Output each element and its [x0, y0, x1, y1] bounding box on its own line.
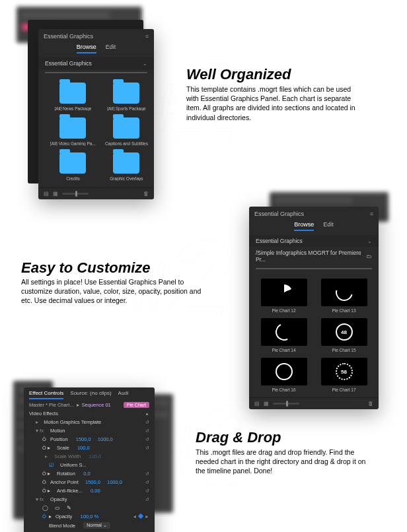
- fx-label: Motion: [50, 428, 65, 434]
- fx-scale-row[interactable]: Ò ▸ Scale 100,0↺: [24, 444, 155, 452]
- panel-tabs: Browse Edit: [38, 41, 154, 57]
- folder-label: Captions and Subtitles: [105, 141, 148, 146]
- pie-wedge-icon: [276, 284, 292, 300]
- fx-value[interactable]: 0,00: [91, 488, 100, 494]
- path-row[interactable]: /Simple Infographics MOGRT for Premiere …: [249, 247, 379, 265]
- chart-thumb[interactable]: Pie Chart 12: [257, 279, 311, 313]
- fx-opacity-val-row[interactable]: Ò ▸ Opacity 100,0 %◄ ►: [24, 512, 155, 521]
- pen-mask-icon[interactable]: ✎: [67, 505, 71, 511]
- thumb-label: Pie Chart 14: [272, 348, 295, 352]
- fx-opacity-row[interactable]: ▾ fx Opacity↺: [24, 495, 155, 504]
- rect-mask-icon[interactable]: ▭: [55, 505, 60, 511]
- fx-value[interactable]: 100,0 %: [81, 514, 99, 519]
- tab-edit[interactable]: Edit: [106, 44, 116, 53]
- pie-ring-icon: [276, 363, 293, 380]
- fx-uniform-row[interactable]: ☑ Uniform S...: [24, 461, 155, 469]
- sequence-link[interactable]: Sequence 01: [82, 402, 111, 408]
- fx-label: Scale Width: [54, 453, 81, 459]
- delete-icon[interactable]: 🗑: [143, 191, 149, 197]
- effect-controls-panel: Effect Controls Source: (no clips) Audi …: [24, 387, 155, 532]
- fx-value[interactable]: 100,0: [77, 445, 90, 451]
- tab-effect-controls[interactable]: Effect Controls: [29, 390, 63, 399]
- fx-value[interactable]: 1000,0: [98, 436, 113, 442]
- master-label: Master * Pie Chart...: [29, 402, 74, 408]
- chart-thumb[interactable]: Pie Chart 14: [257, 318, 311, 352]
- panel-title-row: Essential Graphics ≡: [249, 207, 379, 218]
- video-effects-header: Video Effects ▲: [24, 409, 155, 418]
- folder-selector[interactable]: Essential Graphics ⌄: [38, 57, 154, 69]
- fx-row[interactable]: ▾ fx Motion↺: [24, 426, 155, 435]
- fx-blendmode-row[interactable]: Blend Mode Normal ⌄: [24, 521, 155, 530]
- folder-selector[interactable]: Essential Graphics ⌄: [249, 235, 379, 247]
- chart-thumb[interactable]: 58Pie Chart 17: [317, 358, 371, 392]
- keyframe-icon[interactable]: [138, 514, 143, 519]
- chevron-down-icon: ⌄: [143, 61, 147, 67]
- fx-position-row[interactable]: Ò Position 1500,0 1000,0↺: [24, 435, 155, 444]
- panel-menu-icon[interactable]: ≡: [370, 211, 373, 217]
- thumb-size-slider[interactable]: [62, 193, 89, 195]
- folder-item[interactable]: [All] Video Gaming Pa...: [50, 117, 96, 146]
- fx-label: Anti-flicke...: [57, 488, 83, 494]
- fx-value[interactable]: 1500,0: [76, 436, 91, 442]
- section2-title: Easy to Customize: [21, 259, 151, 277]
- fx-label: Motion Graphics Template: [44, 419, 101, 425]
- folder-item[interactable]: [All] Sports Package: [105, 83, 148, 111]
- tab-browse[interactable]: Browse: [77, 44, 96, 53]
- essential-graphics-panel-2: Essential Graphics ≡ Browse Edit Essenti…: [249, 207, 379, 409]
- folder-icon: [59, 83, 86, 104]
- tab-source[interactable]: Source: (no clips): [70, 390, 111, 399]
- fx-row[interactable]: ▸ Motion Graphics Template↺: [24, 418, 155, 426]
- fx-value[interactable]: 1500,0: [85, 479, 100, 485]
- clip-chip: Pie Chart: [124, 402, 149, 408]
- folder-item[interactable]: Graphic Overlays: [105, 152, 148, 181]
- panel-menu-icon[interactable]: ≡: [145, 33, 149, 40]
- path-label: /Simple Infographics MOGRT for Premiere …: [256, 249, 366, 263]
- folders-grid: [All] News Package [All] Sports Package …: [38, 77, 154, 187]
- view-grid-icon[interactable]: ▦: [53, 191, 58, 197]
- thumb-label: Pie Chart 15: [332, 348, 355, 352]
- tab-browse[interactable]: Browse: [294, 221, 314, 231]
- folder-label: Graphic Overlays: [110, 176, 143, 181]
- delete-icon[interactable]: 🗑: [368, 401, 373, 407]
- blend-select[interactable]: Normal ⌄: [83, 522, 110, 529]
- thumb-size-slider[interactable]: [273, 403, 299, 405]
- fx-mask-icons[interactable]: ◯ ▭ ✎: [24, 504, 155, 512]
- ring-value: 58: [341, 369, 347, 375]
- folder-label: [All] News Package: [54, 106, 91, 111]
- fx-value[interactable]: 0,0: [83, 471, 90, 477]
- tab-audio[interactable]: Audi: [118, 390, 129, 399]
- panel-title: Essential Graphics: [254, 211, 304, 217]
- thumb-label: Pie Chart 12: [272, 308, 295, 313]
- clip-path-row: Master * Pie Chart... ▸ Sequence 01 Pie …: [24, 399, 155, 409]
- panel-title: Essential Graphics: [44, 33, 93, 40]
- folder-icon: [59, 117, 86, 139]
- thumb-label: Pie Chart 17: [332, 387, 355, 392]
- fx-anchor-row[interactable]: Ò Anchor Point 1500,0 1000,0↺: [24, 478, 155, 486]
- fx-value[interactable]: 1000,0: [107, 479, 122, 485]
- fx-label: Rotation: [57, 471, 75, 477]
- view-list-icon[interactable]: ▤: [44, 191, 49, 197]
- chart-thumb[interactable]: Pie Chart 13: [317, 279, 371, 313]
- view-list-icon[interactable]: ▤: [254, 401, 260, 407]
- fx-label: Anchor Point: [50, 479, 79, 485]
- pie-ring-icon: 48: [336, 323, 353, 341]
- panel-footer: ▤ ▦ 🗑: [249, 397, 379, 409]
- fx-antiflicker-row[interactable]: Ò ▸ Anti-flicke... 0,00↺: [24, 486, 155, 495]
- folder-item[interactable]: Captions and Subtitles: [105, 117, 148, 146]
- chart-thumb[interactable]: Pie Chart 16: [257, 358, 311, 392]
- section2-body: All settings in place! Use Essential Gra…: [21, 277, 213, 306]
- fx-rotation-row[interactable]: Ò ▸ Rotation 0,0↺: [24, 469, 155, 478]
- fx-value: 100,0: [89, 453, 101, 459]
- blend-value: Normal: [87, 523, 102, 527]
- fx-scale-width-row: ▸ Scale Width 100,0: [24, 452, 155, 461]
- video-effects-label: Video Effects: [29, 411, 58, 416]
- folder-item[interactable]: [All] News Package: [50, 83, 96, 111]
- folder-icon: [113, 152, 139, 174]
- folder-item[interactable]: Credits: [50, 152, 96, 181]
- chart-thumb[interactable]: 48Pie Chart 15: [317, 318, 371, 352]
- ellipse-mask-icon[interactable]: ◯: [42, 505, 48, 511]
- pie-ring-icon: [273, 321, 295, 343]
- tab-edit[interactable]: Edit: [323, 221, 334, 231]
- view-grid-icon[interactable]: ▦: [264, 401, 269, 407]
- folder-icon: [113, 117, 139, 139]
